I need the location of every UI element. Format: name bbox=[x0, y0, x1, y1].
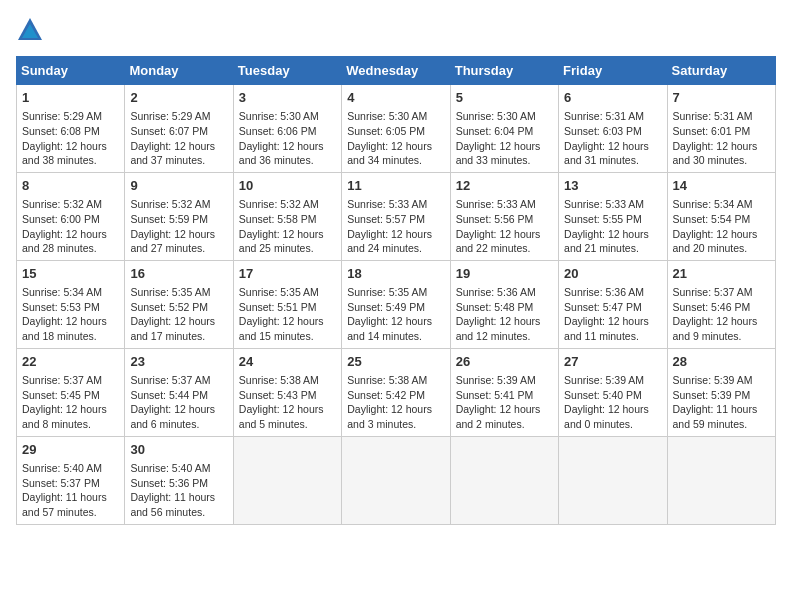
calendar-cell: 26Sunrise: 5:39 AMSunset: 5:41 PMDayligh… bbox=[450, 348, 558, 436]
calendar-cell: 22Sunrise: 5:37 AMSunset: 5:45 PMDayligh… bbox=[17, 348, 125, 436]
day-number: 16 bbox=[130, 265, 227, 283]
sunset-text: Sunset: 5:51 PM bbox=[239, 301, 317, 313]
sunset-text: Sunset: 5:45 PM bbox=[22, 389, 100, 401]
sunrise-text: Sunrise: 5:35 AM bbox=[347, 286, 427, 298]
sunrise-text: Sunrise: 5:30 AM bbox=[347, 110, 427, 122]
day-number: 8 bbox=[22, 177, 119, 195]
calendar-cell: 24Sunrise: 5:38 AMSunset: 5:43 PMDayligh… bbox=[233, 348, 341, 436]
day-number: 14 bbox=[673, 177, 770, 195]
daylight-text: Daylight: 12 hours and 18 minutes. bbox=[22, 315, 107, 342]
calendar-week-1: 1Sunrise: 5:29 AMSunset: 6:08 PMDaylight… bbox=[17, 85, 776, 173]
sunset-text: Sunset: 6:08 PM bbox=[22, 125, 100, 137]
calendar-cell: 13Sunrise: 5:33 AMSunset: 5:55 PMDayligh… bbox=[559, 172, 667, 260]
calendar-cell: 8Sunrise: 5:32 AMSunset: 6:00 PMDaylight… bbox=[17, 172, 125, 260]
sunset-text: Sunset: 5:48 PM bbox=[456, 301, 534, 313]
calendar-cell bbox=[667, 436, 775, 524]
daylight-text: Daylight: 12 hours and 5 minutes. bbox=[239, 403, 324, 430]
day-number: 20 bbox=[564, 265, 661, 283]
sunset-text: Sunset: 5:36 PM bbox=[130, 477, 208, 489]
daylight-text: Daylight: 12 hours and 22 minutes. bbox=[456, 228, 541, 255]
daylight-text: Daylight: 11 hours and 59 minutes. bbox=[673, 403, 758, 430]
daylight-text: Daylight: 11 hours and 57 minutes. bbox=[22, 491, 107, 518]
calendar-cell: 15Sunrise: 5:34 AMSunset: 5:53 PMDayligh… bbox=[17, 260, 125, 348]
daylight-text: Daylight: 12 hours and 25 minutes. bbox=[239, 228, 324, 255]
daylight-text: Daylight: 12 hours and 24 minutes. bbox=[347, 228, 432, 255]
day-number: 21 bbox=[673, 265, 770, 283]
day-number: 1 bbox=[22, 89, 119, 107]
sunset-text: Sunset: 6:05 PM bbox=[347, 125, 425, 137]
daylight-text: Daylight: 12 hours and 20 minutes. bbox=[673, 228, 758, 255]
daylight-text: Daylight: 12 hours and 12 minutes. bbox=[456, 315, 541, 342]
day-number: 10 bbox=[239, 177, 336, 195]
day-number: 7 bbox=[673, 89, 770, 107]
calendar-cell: 10Sunrise: 5:32 AMSunset: 5:58 PMDayligh… bbox=[233, 172, 341, 260]
sunrise-text: Sunrise: 5:29 AM bbox=[22, 110, 102, 122]
daylight-text: Daylight: 12 hours and 37 minutes. bbox=[130, 140, 215, 167]
sunset-text: Sunset: 5:52 PM bbox=[130, 301, 208, 313]
calendar-cell: 23Sunrise: 5:37 AMSunset: 5:44 PMDayligh… bbox=[125, 348, 233, 436]
day-number: 28 bbox=[673, 353, 770, 371]
calendar-cell bbox=[342, 436, 450, 524]
sunset-text: Sunset: 6:06 PM bbox=[239, 125, 317, 137]
calendar-body: 1Sunrise: 5:29 AMSunset: 6:08 PMDaylight… bbox=[17, 85, 776, 525]
day-number: 26 bbox=[456, 353, 553, 371]
sunrise-text: Sunrise: 5:33 AM bbox=[347, 198, 427, 210]
calendar-cell: 12Sunrise: 5:33 AMSunset: 5:56 PMDayligh… bbox=[450, 172, 558, 260]
daylight-text: Daylight: 12 hours and 27 minutes. bbox=[130, 228, 215, 255]
sunset-text: Sunset: 5:39 PM bbox=[673, 389, 751, 401]
calendar-cell bbox=[559, 436, 667, 524]
day-number: 3 bbox=[239, 89, 336, 107]
day-number: 5 bbox=[456, 89, 553, 107]
col-header-saturday: Saturday bbox=[667, 57, 775, 85]
col-header-wednesday: Wednesday bbox=[342, 57, 450, 85]
day-number: 25 bbox=[347, 353, 444, 371]
calendar-cell: 9Sunrise: 5:32 AMSunset: 5:59 PMDaylight… bbox=[125, 172, 233, 260]
sunrise-text: Sunrise: 5:38 AM bbox=[347, 374, 427, 386]
calendar-cell: 6Sunrise: 5:31 AMSunset: 6:03 PMDaylight… bbox=[559, 85, 667, 173]
calendar-week-4: 22Sunrise: 5:37 AMSunset: 5:45 PMDayligh… bbox=[17, 348, 776, 436]
sunrise-text: Sunrise: 5:38 AM bbox=[239, 374, 319, 386]
sunrise-text: Sunrise: 5:40 AM bbox=[130, 462, 210, 474]
calendar-cell: 2Sunrise: 5:29 AMSunset: 6:07 PMDaylight… bbox=[125, 85, 233, 173]
sunset-text: Sunset: 5:47 PM bbox=[564, 301, 642, 313]
daylight-text: Daylight: 12 hours and 15 minutes. bbox=[239, 315, 324, 342]
daylight-text: Daylight: 12 hours and 11 minutes. bbox=[564, 315, 649, 342]
day-number: 24 bbox=[239, 353, 336, 371]
calendar-cell: 25Sunrise: 5:38 AMSunset: 5:42 PMDayligh… bbox=[342, 348, 450, 436]
day-number: 9 bbox=[130, 177, 227, 195]
day-number: 6 bbox=[564, 89, 661, 107]
calendar-cell: 20Sunrise: 5:36 AMSunset: 5:47 PMDayligh… bbox=[559, 260, 667, 348]
day-number: 30 bbox=[130, 441, 227, 459]
day-number: 29 bbox=[22, 441, 119, 459]
sunrise-text: Sunrise: 5:37 AM bbox=[22, 374, 102, 386]
daylight-text: Daylight: 12 hours and 21 minutes. bbox=[564, 228, 649, 255]
sunset-text: Sunset: 6:03 PM bbox=[564, 125, 642, 137]
sunrise-text: Sunrise: 5:37 AM bbox=[673, 286, 753, 298]
day-number: 22 bbox=[22, 353, 119, 371]
sunset-text: Sunset: 5:42 PM bbox=[347, 389, 425, 401]
daylight-text: Daylight: 12 hours and 33 minutes. bbox=[456, 140, 541, 167]
calendar-cell: 5Sunrise: 5:30 AMSunset: 6:04 PMDaylight… bbox=[450, 85, 558, 173]
sunset-text: Sunset: 5:44 PM bbox=[130, 389, 208, 401]
calendar-table: SundayMondayTuesdayWednesdayThursdayFrid… bbox=[16, 56, 776, 525]
calendar-cell: 11Sunrise: 5:33 AMSunset: 5:57 PMDayligh… bbox=[342, 172, 450, 260]
sunset-text: Sunset: 6:01 PM bbox=[673, 125, 751, 137]
calendar-cell: 14Sunrise: 5:34 AMSunset: 5:54 PMDayligh… bbox=[667, 172, 775, 260]
daylight-text: Daylight: 12 hours and 28 minutes. bbox=[22, 228, 107, 255]
daylight-text: Daylight: 12 hours and 8 minutes. bbox=[22, 403, 107, 430]
sunrise-text: Sunrise: 5:34 AM bbox=[22, 286, 102, 298]
daylight-text: Daylight: 12 hours and 9 minutes. bbox=[673, 315, 758, 342]
calendar-cell: 30Sunrise: 5:40 AMSunset: 5:36 PMDayligh… bbox=[125, 436, 233, 524]
calendar-cell: 29Sunrise: 5:40 AMSunset: 5:37 PMDayligh… bbox=[17, 436, 125, 524]
calendar-cell bbox=[233, 436, 341, 524]
sunrise-text: Sunrise: 5:39 AM bbox=[564, 374, 644, 386]
sunset-text: Sunset: 6:04 PM bbox=[456, 125, 534, 137]
sunrise-text: Sunrise: 5:40 AM bbox=[22, 462, 102, 474]
sunset-text: Sunset: 5:53 PM bbox=[22, 301, 100, 313]
day-number: 19 bbox=[456, 265, 553, 283]
sunrise-text: Sunrise: 5:39 AM bbox=[673, 374, 753, 386]
sunrise-text: Sunrise: 5:31 AM bbox=[564, 110, 644, 122]
calendar-cell: 3Sunrise: 5:30 AMSunset: 6:06 PMDaylight… bbox=[233, 85, 341, 173]
daylight-text: Daylight: 12 hours and 0 minutes. bbox=[564, 403, 649, 430]
sunset-text: Sunset: 5:59 PM bbox=[130, 213, 208, 225]
